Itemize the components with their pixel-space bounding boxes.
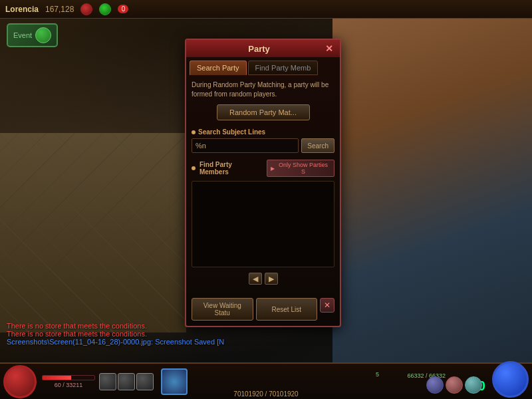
view-waiting-btn[interactable]: View Waiting Statu — [192, 298, 253, 321]
skill-icons — [99, 373, 154, 390]
search-subject-label: Search Subject Lines — [192, 128, 334, 136]
mp-icon — [99, 3, 111, 15]
pagination: ◀ ▶ — [192, 273, 334, 285]
search-row: Search — [192, 138, 334, 153]
status-msg-2: There is no store that meets the conditi… — [7, 330, 224, 338]
tab-find-party-members[interactable]: Find Party Memb — [248, 61, 319, 75]
hp-bar-container: 60 / 33211 — [42, 375, 95, 388]
action-icon-2[interactable] — [446, 376, 463, 394]
next-page-btn[interactable]: ▶ — [265, 273, 278, 285]
prev-page-btn[interactable]: ◀ — [249, 273, 262, 285]
mana-orb — [492, 361, 529, 398]
event-button[interactable]: Event — [7, 23, 58, 47]
dialog-titlebar: Party ✕ — [186, 40, 340, 57]
only-show-btn[interactable]: Only Show Parties S — [267, 160, 334, 177]
player-name: Lorencia — [5, 5, 39, 14]
hp-orb — [3, 365, 37, 398]
dialog-tabs: Search Party Find Party Memb — [186, 57, 340, 75]
dialog-content: During Random Party Matching, a party wi… — [186, 75, 340, 295]
hp-fill — [43, 376, 71, 380]
dock-area — [332, 0, 532, 399]
description-text: During Random Party Matching, a party wi… — [192, 80, 334, 99]
find-dot — [192, 166, 196, 170]
hp-bar — [42, 375, 95, 380]
skill-icon-1[interactable] — [99, 373, 116, 390]
event-icon — [35, 27, 51, 43]
skill-icon-3[interactable] — [136, 373, 154, 390]
dialog-title: Party — [193, 44, 325, 54]
ground-texture — [0, 133, 186, 332]
skill-icon-2[interactable] — [118, 373, 135, 390]
only-show-label: Only Show Parties S — [276, 162, 331, 175]
random-party-btn[interactable]: Random Party Mat... — [217, 104, 310, 120]
find-party-row: Find Party Members Only Show Parties S — [192, 160, 334, 177]
status-msg-3: Screenshots\Screen(11_04-16_28)-0000.jpg… — [7, 338, 224, 346]
reset-list-btn[interactable]: Reset List — [256, 298, 318, 321]
action-icon-3[interactable] — [465, 376, 482, 394]
event-label: Event — [13, 31, 32, 39]
coords-display: 70101920 / 70101920 — [233, 390, 298, 398]
center-skill-icon[interactable] — [161, 368, 188, 395]
player-exp: 167,128 — [45, 5, 74, 14]
action-icon-1[interactable] — [426, 376, 444, 394]
section-dot — [192, 130, 196, 134]
find-members-label: Find Party Members — [200, 161, 263, 176]
search-btn[interactable]: Search — [301, 138, 334, 153]
tab-search-party[interactable]: Search Party — [190, 61, 247, 75]
hp-text: 60 / 33211 — [42, 382, 95, 388]
footer-close-btn[interactable]: ✕ — [320, 298, 334, 313]
bottom-action-icons — [426, 376, 482, 394]
dialog-footer: View Waiting Statu Reset List ✕ — [186, 295, 340, 326]
top-bar: Lorencia 167,128 0 — [0, 0, 532, 19]
notification-badge: 0 — [118, 5, 128, 13]
hp-icon — [80, 3, 92, 15]
search-input[interactable] — [192, 138, 299, 153]
party-list — [192, 181, 334, 267]
party-count-label: 5 — [376, 371, 379, 378]
dialog-close-btn[interactable]: ✕ — [325, 43, 333, 54]
party-dialog: Party ✕ Search Party Find Party Memb Dur… — [185, 39, 341, 327]
bottom-bar: 60 / 33211 5 66332 / 66332 10 70101920 /… — [0, 362, 532, 399]
